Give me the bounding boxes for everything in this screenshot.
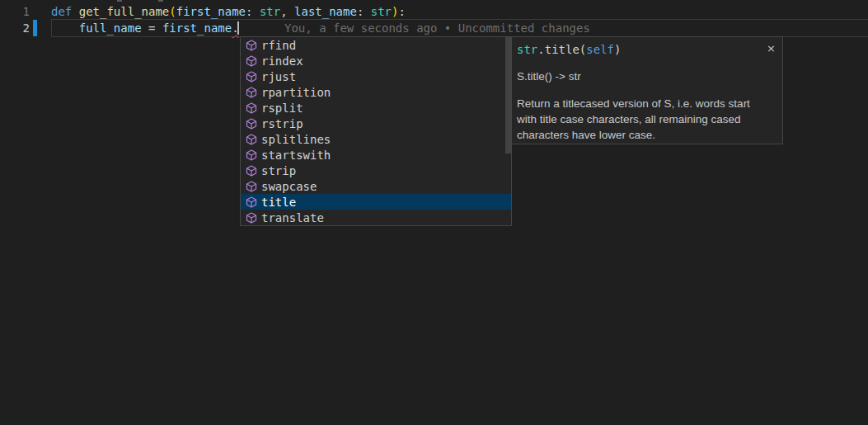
suggest-list[interactable]: rfind rindex rjust rpartition rsplit — [240, 36, 512, 226]
line-number: 1 — [0, 3, 30, 20]
suggest-item-label: splitlines — [261, 133, 331, 146]
code-token: ( — [169, 5, 176, 18]
docs-signature: str.title(self) — [517, 43, 621, 56]
symbol-method-icon — [245, 54, 258, 68]
suggest-item-label: strip — [261, 164, 296, 177]
suggest-item[interactable]: rjust — [241, 68, 511, 84]
code-token: first_name — [176, 5, 246, 18]
suggest-item[interactable]: rstrip — [241, 116, 511, 131]
suggest-widget: rfind rindex rjust rpartition rsplit — [240, 36, 783, 226]
code-token: def — [51, 5, 79, 18]
symbol-method-icon — [245, 70, 258, 83]
suggest-item[interactable]: rpartition — [241, 84, 511, 100]
suggest-item-label: rstrip — [261, 117, 303, 130]
code-token: self — [586, 43, 614, 56]
cropped-text-artifact — [158, 0, 163, 2]
suggest-item[interactable]: swapcase — [241, 178, 511, 194]
suggest-item[interactable]: title — [241, 194, 511, 210]
code-token: : — [399, 5, 406, 18]
suggest-item-label: rpartition — [261, 86, 331, 99]
code-token: ) — [392, 5, 398, 18]
code-token: , — [280, 5, 294, 18]
suggest-item[interactable]: startswith — [241, 147, 511, 163]
suggest-docs-panel: str.title(self) × S.title() -> str Retur… — [511, 36, 783, 144]
symbol-method-icon — [245, 211, 258, 224]
docs-description: Return a titlecased version of S, i.e. w… — [512, 96, 782, 143]
code-token: first_name — [162, 21, 232, 35]
code-token: last_name — [294, 5, 357, 18]
suggest-item[interactable]: rindex — [241, 53, 511, 68]
suggest-scrollbar-thumb[interactable] — [505, 37, 511, 153]
symbol-method-icon — [245, 39, 258, 52]
symbol-method-icon — [245, 196, 258, 209]
docs-summary: S.title() -> str — [512, 69, 782, 84]
suggest-item-label: rsplit — [261, 102, 303, 115]
suggest-item-label: startswith — [261, 149, 331, 162]
code-token: str — [260, 5, 280, 18]
cropped-text-artifact — [117, 0, 122, 2]
symbol-method-icon — [245, 102, 258, 115]
code-token — [51, 21, 79, 35]
line-number: 2 — [0, 20, 30, 36]
code-token: str — [517, 43, 537, 56]
suggest-item-label: rfind — [261, 39, 296, 52]
code-line[interactable]: full_name = first_name. — [51, 20, 239, 36]
symbol-method-icon — [245, 117, 258, 130]
code-token: str — [371, 5, 392, 18]
suggest-item[interactable]: translate — [241, 210, 511, 225]
gutter-modified-indicator — [33, 20, 37, 36]
symbol-method-icon — [245, 164, 258, 177]
code-token: get_full_name — [79, 5, 170, 18]
suggest-item[interactable]: splitlines — [241, 131, 511, 147]
git-blame-annotation: You, a few seconds ago • Uncommitted cha… — [284, 20, 590, 36]
suggest-item-label: rjust — [261, 70, 296, 83]
symbol-method-icon — [245, 133, 258, 146]
code-line[interactable]: def get_full_name(first_name: str, last_… — [51, 3, 406, 20]
suggest-item-label: translate — [261, 211, 324, 224]
close-icon[interactable]: × — [767, 43, 776, 54]
suggest-item-label: swapcase — [261, 180, 317, 193]
suggest-item[interactable]: rsplit — [241, 100, 511, 116]
code-token: full_name — [79, 21, 142, 35]
code-token: ) — [614, 43, 621, 56]
suggest-item[interactable]: rfind — [241, 37, 511, 53]
text-cursor — [237, 21, 239, 35]
suggest-item-label: rindex — [261, 54, 303, 68]
code-token: .title( — [537, 43, 586, 56]
suggest-item-label: title — [261, 196, 296, 209]
code-editor[interactable]: 1 2 def get_full_name(first_name: str, l… — [0, 0, 868, 425]
symbol-method-icon — [245, 180, 258, 193]
code-token: : — [246, 5, 260, 18]
symbol-method-icon — [245, 149, 258, 162]
suggest-item[interactable]: strip — [241, 163, 511, 178]
code-token: = — [142, 21, 162, 35]
symbol-method-icon — [245, 86, 258, 99]
code-token: : — [357, 5, 371, 18]
